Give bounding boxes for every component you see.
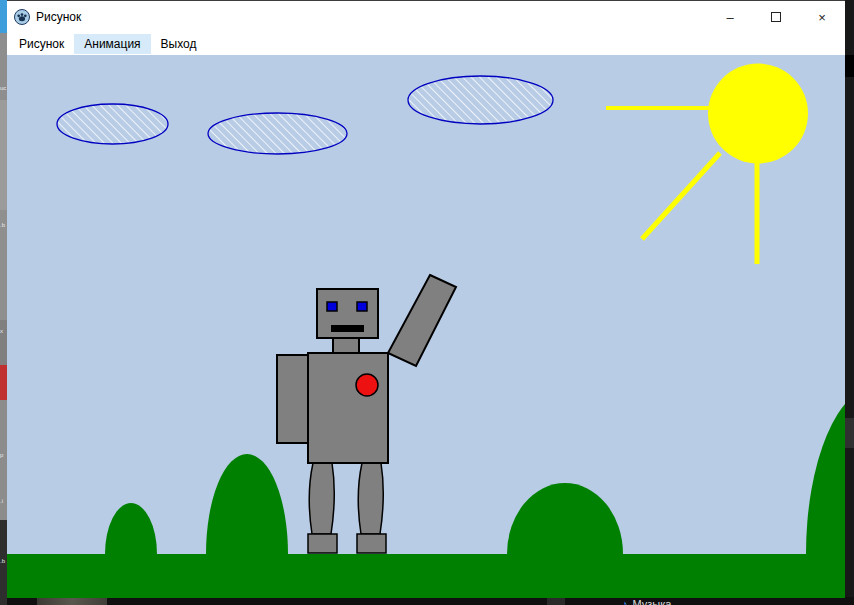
robot-arm-left (277, 355, 308, 443)
desktop-bottom-strip: ♪ Музыка (7, 597, 854, 605)
robot-torso (308, 353, 388, 463)
bg-text-fragment: uc (0, 85, 6, 91)
bg-left-blue-segment (0, 0, 7, 33)
cloud-2 (208, 113, 347, 154)
background-window-left: uc .b x p .i .b (0, 0, 7, 605)
grass (7, 554, 845, 598)
robot-leg-left (309, 463, 334, 534)
minimize-button[interactable]: – (707, 1, 753, 33)
app-window: Рисунок – × Рисунок Анимация Выход (7, 0, 845, 597)
music-item-label: Музыка (633, 598, 672, 605)
scene-svg (7, 55, 845, 598)
menu-bar: Рисунок Анимация Выход (7, 33, 845, 55)
maximize-icon (771, 12, 781, 22)
title-bar[interactable]: Рисунок – × (7, 1, 845, 33)
music-note-icon: ♪ (622, 598, 628, 605)
close-button[interactable]: × (799, 1, 845, 33)
desktop-right-strip (845, 0, 854, 605)
maximize-button[interactable] (753, 1, 799, 33)
robot-eye-right (357, 302, 367, 311)
drawing-canvas (7, 55, 845, 598)
screen: uc .b x p .i .b ♪ Музыка Рисунок (0, 0, 854, 605)
robot-chest-button (356, 374, 378, 396)
cloud-1 (57, 104, 168, 144)
menu-item-animatsiya[interactable]: Анимация (74, 34, 150, 54)
minimize-icon: – (726, 10, 733, 25)
window-controls: – × (707, 1, 845, 33)
bg-text-fragment: x (0, 328, 3, 334)
robot-leg-right (358, 463, 383, 534)
robot-eye-left (327, 302, 337, 311)
close-icon: × (818, 10, 826, 25)
bg-text-fragment: .i (0, 498, 3, 504)
bg-text-fragment: .b (0, 222, 5, 228)
robot-mouth (331, 325, 364, 332)
cloud-3 (408, 76, 553, 124)
background-list-item-music[interactable]: ♪ Музыка (622, 598, 671, 605)
menu-item-risunok[interactable]: Рисунок (9, 34, 74, 54)
bg-left-red-segment (0, 365, 7, 400)
bg-text-fragment: .b (0, 558, 5, 564)
robot-foot-left (308, 534, 337, 553)
bg-text-fragment: p (0, 452, 3, 458)
sun (708, 64, 808, 164)
wallpaper-patch (37, 597, 107, 605)
robot-foot-right (357, 534, 386, 553)
paw-app-icon (14, 9, 30, 25)
window-title: Рисунок (36, 10, 81, 24)
menu-item-vyhod[interactable]: Выход (151, 34, 207, 54)
